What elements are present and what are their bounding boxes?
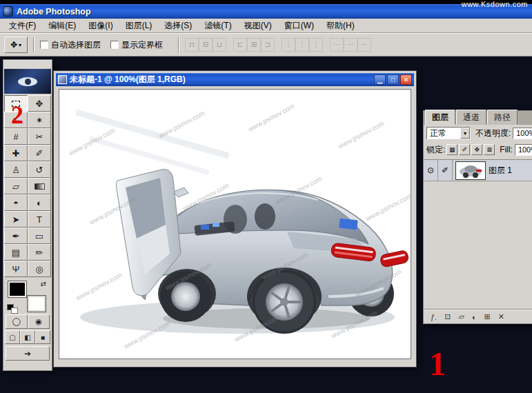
tool-blur[interactable]: ◓ [4, 194, 28, 211]
distribute-top-button[interactable]: ⋮ [282, 38, 295, 52]
tool-pen[interactable]: ✒ [4, 228, 28, 244]
distribute-hcenter-button[interactable]: ⋯ [344, 38, 357, 52]
lock-pixels-icon[interactable]: ✐ [459, 144, 470, 155]
opacity-label: 不透明度: [475, 128, 511, 139]
eraser-icon: ▱ [12, 181, 19, 192]
align-vcenter-button[interactable]: ⊟ [199, 38, 213, 52]
document-titlebar[interactable]: 未标题-1 @ 100%(图层 1,RGB) ▁ □ ✕ [56, 73, 414, 86]
layer-name[interactable]: 图层 1 [489, 165, 512, 177]
lock-transparency-icon[interactable]: ▦ [446, 144, 457, 155]
tool-move[interactable]: ✥ [28, 95, 51, 112]
toolbox-grip[interactable] [4, 61, 51, 68]
screen: www.Ksdown.com Adobe Photoshop 文件(F) 编辑(… [0, 0, 532, 393]
new-set-icon[interactable]: ▱ [458, 312, 464, 321]
tool-clone-stamp[interactable]: ♙ [4, 161, 28, 178]
close-button[interactable]: ✕ [400, 74, 412, 85]
distribute-bottom-button[interactable]: ⋮ [309, 38, 323, 52]
tool-eyedropper[interactable]: ✏ [28, 244, 51, 261]
workspace: ✥ ∿ ✶ # ✂ ✚ ✐ ♙ ↺ ▱ ◓ ◐ ➤ T ✒ ▭ ▤ ✏ Ψ ◎ [0, 57, 532, 393]
lock-all-icon[interactable]: ⊠ [484, 144, 495, 155]
tool-hand[interactable]: Ψ [4, 261, 28, 277]
tool-custom-shape[interactable]: ▭ [28, 228, 51, 244]
distribute-vcenter-button[interactable]: ⋮ [295, 38, 309, 52]
fullscreen-menubar-button[interactable]: ◧ [20, 330, 35, 344]
show-bounding-box-label[interactable]: 显示定界框 [121, 39, 163, 51]
edit-brush-icon[interactable]: ✐ [438, 160, 453, 181]
document-canvas[interactable]: www.psmov.com www.psmov.com www.psmov.co… [59, 89, 411, 359]
menu-edit[interactable]: 编辑(E) [42, 19, 82, 32]
new-layer-icon[interactable]: ⊞ [484, 312, 491, 321]
tool-magic-wand[interactable]: ✶ [28, 112, 51, 128]
tool-brush[interactable]: ✐ [28, 145, 51, 161]
tool-dodge[interactable]: ◐ [28, 194, 51, 211]
menubar: 文件(F) 编辑(E) 图像(I) 图层(L) 选择(S) 滤镜(T) 视图(V… [0, 19, 532, 33]
maximize-button[interactable]: □ [387, 74, 399, 85]
minimize-button[interactable]: ▁ [374, 74, 386, 85]
opacity-field[interactable]: 100% [513, 128, 532, 139]
default-colors-icon[interactable] [8, 305, 17, 313]
standard-screen-button[interactable]: ▢ [5, 330, 20, 344]
quick-mask-mode-button[interactable]: ◉ [28, 314, 50, 329]
menu-window[interactable]: 窗口(W) [278, 19, 320, 32]
tool-notes[interactable]: ▤ [4, 244, 28, 261]
align-top-button[interactable]: ⊓ [185, 38, 199, 52]
blend-mode-select[interactable]: 正常 ▾ [426, 127, 471, 139]
layers-palette: 图层 通道 路径 正常 ▾ 不透明度: 100% 锁定: ▦ ✐ ✥ ⊠ Fil… [423, 110, 532, 324]
distribute-left-button[interactable]: ⋯ [330, 38, 344, 52]
menu-filter[interactable]: 滤镜(T) [198, 19, 237, 32]
checkbox-box[interactable] [110, 41, 119, 49]
fill-field[interactable]: 100% [515, 144, 532, 156]
background-color-swatch[interactable] [28, 296, 46, 312]
layer-mask-icon[interactable]: ⊡ [444, 312, 451, 321]
tool-zoom[interactable]: ◎ [28, 261, 51, 277]
swap-colors-icon[interactable]: ⇄ [41, 280, 46, 288]
tab-paths[interactable]: 路径 [487, 110, 518, 125]
tool-type[interactable]: T [28, 211, 51, 228]
delete-layer-icon[interactable]: ✕ [498, 312, 504, 321]
layer-thumbnail[interactable] [455, 161, 486, 180]
zoom-icon: ◎ [35, 264, 43, 274]
blur-icon: ◓ [13, 198, 19, 208]
lock-fill-row: 锁定: ▦ ✐ ✥ ⊠ Fill: 100% [424, 141, 532, 158]
align-left-button[interactable]: ⊏ [233, 38, 247, 52]
tool-path-selection[interactable]: ➤ [4, 211, 28, 228]
menu-help[interactable]: 帮助(H) [320, 19, 361, 32]
menu-layer[interactable]: 图层(L) [119, 19, 159, 32]
auto-select-layer-label[interactable]: 自动选择图层 [51, 39, 101, 51]
tool-crop[interactable]: # [4, 128, 28, 145]
layer-row[interactable]: ⊙ ✐ 图层 1 [424, 160, 532, 181]
show-bounding-box-checkbox[interactable]: 显示定界框 [110, 39, 163, 51]
adjustment-layer-icon[interactable]: ◐ [472, 313, 477, 321]
tool-history-brush[interactable]: ↺ [28, 161, 51, 178]
magic-wand-icon: ✶ [36, 115, 43, 125]
menu-select[interactable]: 选择(S) [158, 19, 198, 32]
fullscreen-button[interactable]: ■ [35, 330, 50, 344]
foreground-color-swatch[interactable] [8, 281, 26, 297]
jump-to-imageready-button[interactable]: ➔ [6, 346, 50, 361]
move-tool-icon: ✥ [10, 40, 17, 50]
tool-preset-picker[interactable]: ✥ ▾ [4, 37, 28, 53]
align-right-button[interactable]: ⊐ [261, 38, 275, 52]
align-bottom-button[interactable]: ⊔ [213, 38, 226, 52]
distribute-right-button[interactable]: ⋯ [357, 38, 371, 52]
menu-image[interactable]: 图像(I) [82, 19, 119, 32]
visibility-eye-icon[interactable]: ⊙ [424, 160, 438, 181]
tab-layers[interactable]: 图层 [425, 110, 455, 125]
tool-gradient[interactable] [28, 178, 51, 194]
tool-healing-brush[interactable]: ✚ [4, 145, 28, 161]
tool-slice[interactable]: ✂ [28, 128, 51, 145]
menu-view[interactable]: 视图(V) [238, 19, 278, 32]
standard-mode-button[interactable]: ◯ [6, 314, 28, 329]
app-titlebar[interactable]: Adobe Photoshop [0, 4, 532, 19]
chevron-down-icon[interactable]: ▾ [460, 128, 470, 139]
align-hcenter-button[interactable]: ⊞ [247, 38, 261, 52]
tool-eraser[interactable]: ▱ [4, 178, 28, 194]
tab-channels[interactable]: 通道 [456, 110, 486, 125]
checkbox-box[interactable] [40, 41, 48, 49]
menu-file[interactable]: 文件(F) [3, 19, 42, 32]
distribute-buttons-group: ⋯ ⋯ ⋯ [330, 38, 371, 52]
color-swatches: ⇄ [6, 280, 49, 313]
layer-style-icon[interactable]: ƒ. [431, 313, 437, 321]
auto-select-layer-checkbox[interactable]: 自动选择图层 [40, 39, 101, 51]
lock-position-icon[interactable]: ✥ [471, 144, 482, 155]
